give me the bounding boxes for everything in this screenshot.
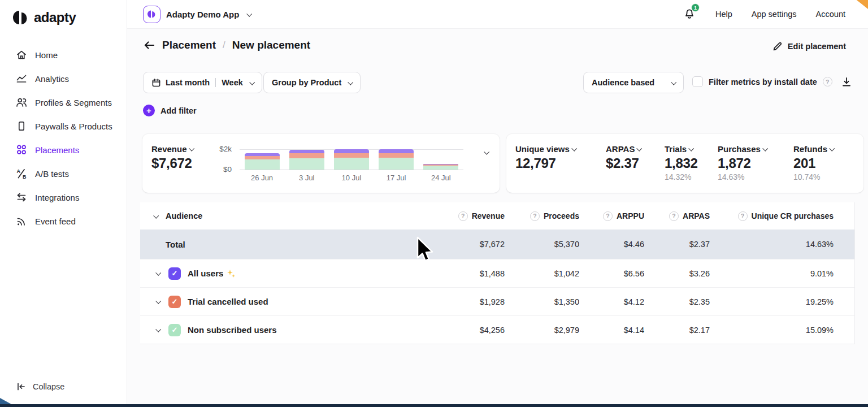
sidebar-item-placements[interactable]: Placements bbox=[0, 138, 127, 162]
sidebar-item-paywalls-products[interactable]: Paywalls & Products bbox=[0, 114, 127, 138]
sidebar-nav: Home Analytics Profiles & Segments Paywa… bbox=[0, 43, 127, 233]
chart-bar bbox=[334, 149, 369, 170]
collapse-icon bbox=[16, 382, 26, 392]
add-filter-label: Add filter bbox=[160, 106, 197, 115]
metric-value: 12,797 bbox=[515, 155, 576, 171]
sidebar-item-ab-tests[interactable]: AB A/B tests bbox=[0, 162, 127, 185]
app-settings-link[interactable]: App settings bbox=[752, 10, 797, 19]
metric-dropdown[interactable]: Refunds bbox=[793, 144, 834, 154]
row-checkbox[interactable]: ✓ bbox=[168, 267, 181, 280]
row-checkbox[interactable]: ✓ bbox=[168, 296, 181, 308]
metric-value: 201 bbox=[793, 155, 834, 171]
sidebar: adapty Home Analytics Profiles & Segment… bbox=[0, 0, 127, 404]
help-circle-icon: ? bbox=[603, 211, 613, 221]
page-title[interactable]: Placement bbox=[162, 39, 216, 51]
cell-arppu: $6.56 bbox=[585, 269, 650, 278]
account-link[interactable]: Account bbox=[816, 10, 845, 19]
chart-bar-segment bbox=[334, 158, 369, 170]
row-expand-chevron[interactable] bbox=[154, 300, 162, 304]
chart-bar-segment bbox=[379, 158, 414, 170]
column-header-revenue[interactable]: ?Revenue bbox=[440, 211, 510, 221]
calendar-icon bbox=[151, 78, 161, 88]
metric-dropdown[interactable]: Unique views bbox=[515, 144, 576, 154]
table-row-total[interactable]: Total $7,672 $5,370 $4.46 $2.37 14.63% bbox=[140, 230, 854, 259]
metric-sub-value: 14.63% bbox=[718, 172, 767, 181]
install-date-filter: Filter metrics by install date ? bbox=[692, 76, 832, 87]
sidebar-item-home[interactable]: Home bbox=[0, 43, 127, 67]
chart-bar-segment bbox=[245, 159, 280, 170]
help-link[interactable]: Help bbox=[715, 10, 732, 19]
audience-based-dropdown[interactable]: Audience based bbox=[583, 72, 684, 93]
notifications-button[interactable]: 1 bbox=[683, 6, 696, 22]
date-granularity-label: Week bbox=[222, 78, 243, 87]
metric-dropdown[interactable]: Purchases bbox=[718, 144, 767, 154]
cell-proceeds: $2,979 bbox=[510, 326, 585, 335]
chevron-down-icon bbox=[688, 146, 694, 151]
column-header-proceeds[interactable]: ?Proceeds bbox=[510, 211, 585, 221]
metric-unique-views: Unique views 12,797 bbox=[515, 144, 576, 171]
metric-purchases: Purchases 1,872 14.63% bbox=[718, 144, 767, 181]
back-arrow-icon[interactable] bbox=[143, 40, 155, 51]
chart-bar bbox=[289, 150, 324, 170]
page-subtitle: New placement bbox=[232, 39, 310, 51]
sidebar-item-label: A/B tests bbox=[35, 169, 69, 179]
cell-unique-cr: 9.01% bbox=[715, 269, 855, 278]
chevron-down-icon bbox=[571, 146, 577, 151]
column-header-arpas[interactable]: ?ARPAS bbox=[650, 211, 715, 221]
sidebar-item-profiles-segments[interactable]: Profiles & Segments bbox=[0, 90, 127, 114]
topbar-right: 1 Help App settings Account bbox=[683, 6, 845, 22]
revenue-bar-chart bbox=[240, 149, 463, 170]
install-date-checkbox[interactable] bbox=[692, 76, 703, 87]
metrics-card: Unique views 12,797 ARPAS $2.37 Trials 1… bbox=[506, 134, 863, 193]
sidebar-item-integrations[interactable]: Integrations bbox=[0, 185, 127, 209]
profiles-icon bbox=[16, 97, 27, 108]
cell-unique-cr: 14.63% bbox=[715, 240, 855, 249]
row-expand-chevron[interactable] bbox=[154, 328, 162, 332]
cell-arpas: $2.35 bbox=[650, 297, 715, 306]
notification-badge: 1 bbox=[691, 3, 700, 12]
metric-sub-value: 14.32% bbox=[665, 172, 698, 181]
table-row-all-users[interactable]: ✓ All users $1,488 $1,042 $6.56 $3.26 9.… bbox=[140, 259, 854, 287]
chart-bar-segment bbox=[379, 149, 414, 153]
cell-arpas: $2.17 bbox=[650, 326, 715, 335]
integrations-icon bbox=[16, 192, 27, 203]
y-axis-tick-max: $2k bbox=[209, 145, 232, 153]
column-header-unique-cr[interactable]: ?Unique CR purchases bbox=[715, 211, 855, 221]
download-button[interactable] bbox=[841, 76, 852, 90]
revenue-metric-dropdown[interactable]: Revenue bbox=[151, 144, 193, 154]
chevron-down-icon bbox=[153, 213, 159, 218]
main-content: Placement / New placement Edit placement… bbox=[127, 29, 868, 404]
group-by-dropdown[interactable]: Group by Product bbox=[263, 72, 361, 93]
cell-arppu: $4.46 bbox=[585, 240, 650, 249]
cell-revenue: $4,256 bbox=[440, 326, 510, 335]
date-range-dropdown[interactable]: Last month Week bbox=[143, 72, 262, 93]
sidebar-item-analytics[interactable]: Analytics bbox=[0, 67, 127, 90]
table-row-trial-cancelled[interactable]: ✓ Trial cancelled used $1,928 $1,350 $4.… bbox=[140, 287, 854, 315]
help-circle-icon[interactable]: ? bbox=[823, 77, 832, 86]
edit-placement-button[interactable]: Edit placement bbox=[772, 41, 846, 51]
audience-header[interactable]: Audience bbox=[140, 211, 440, 220]
chart-collapse-button[interactable] bbox=[482, 146, 488, 157]
sidebar-item-label: Profiles & Segments bbox=[35, 98, 112, 107]
install-date-label: Filter metrics by install date bbox=[709, 77, 817, 86]
chevron-down-icon bbox=[671, 79, 676, 85]
sparkles-icon bbox=[227, 269, 236, 278]
row-checkbox[interactable]: ✓ bbox=[168, 324, 181, 336]
add-filter-button[interactable]: + Add filter bbox=[143, 105, 197, 116]
bottom-window-edge bbox=[0, 404, 868, 407]
metric-dropdown[interactable]: Trials bbox=[665, 144, 698, 154]
table-row-non-subscribed[interactable]: ✓ Non subscribed users $4,256 $2,979 $4.… bbox=[140, 315, 854, 344]
sidebar-item-event-feed[interactable]: Event feed bbox=[0, 209, 127, 233]
app-switcher[interactable]: Adapty Demo App bbox=[143, 6, 251, 23]
x-axis-tick: 26 Jun bbox=[245, 174, 280, 182]
row-expand-chevron[interactable] bbox=[154, 271, 162, 275]
x-axis-labels: 26 Jun3 Jul10 Jul17 Jul24 Jul bbox=[240, 174, 463, 182]
metric-dropdown[interactable]: ARPAS bbox=[606, 144, 641, 154]
app-logo-icon bbox=[147, 9, 157, 19]
cell-arppu: $4.14 bbox=[585, 326, 650, 335]
audience-header-label: Audience bbox=[166, 211, 202, 220]
sidebar-collapse-button[interactable]: Collapse bbox=[16, 382, 64, 392]
column-header-arppu[interactable]: ?ARPPU bbox=[585, 211, 650, 221]
metric-trials: Trials 1,832 14.32% bbox=[665, 144, 698, 181]
plus-icon: + bbox=[143, 105, 155, 116]
